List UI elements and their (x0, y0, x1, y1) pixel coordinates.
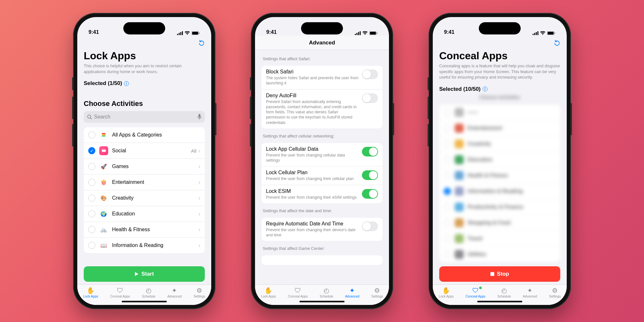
search-input[interactable]: Search (84, 111, 205, 123)
setting-row[interactable]: Lock App Cellular DataPrevent the user f… (261, 143, 383, 166)
refresh-icon[interactable] (198, 39, 205, 46)
creativity-icon: 🎨 (99, 194, 108, 203)
mic-icon[interactable] (197, 114, 202, 120)
list-item: Education (439, 152, 560, 167)
radio-checked[interactable]: ✓ (88, 147, 95, 154)
radio-unchecked[interactable] (88, 242, 95, 249)
tab-advanced[interactable]: ✦Advanced (523, 287, 537, 298)
list-item[interactable]: 🎨 Creativity › (84, 190, 205, 206)
chevron-right-icon: › (198, 211, 200, 217)
svg-rect-25 (537, 31, 538, 35)
wifi-icon (362, 31, 368, 35)
tab-settings[interactable]: ⚙︎Settings (371, 287, 383, 298)
setting-row[interactable]: Block SafariThe system hides Safari and … (261, 66, 383, 89)
svg-rect-11 (102, 134, 106, 135)
radio-unchecked[interactable] (88, 131, 95, 138)
health-icon: 🚲 (99, 225, 108, 234)
tab-conceal-apps[interactable]: 🛡︎Conceal Apps (288, 287, 308, 298)
radio-unchecked[interactable] (88, 179, 95, 186)
home-indicator[interactable] (122, 301, 167, 302)
setting-row[interactable]: Lock ESIMPrevent the user from changing … (261, 185, 383, 203)
stop-button[interactable]: Stop (439, 266, 560, 282)
setting-row[interactable]: Require Automatic Date And TimePrevent t… (261, 218, 383, 241)
list-item[interactable]: All Apps & Categories (84, 127, 205, 143)
tab-lock-apps[interactable]: ✋Lock Apps (83, 287, 98, 298)
svg-rect-27 (548, 32, 554, 35)
selected-count: Selected (10/50) (439, 86, 481, 92)
home-indicator[interactable] (299, 301, 345, 302)
clock-icon: ◴ (146, 287, 151, 294)
tab-advanced[interactable]: ✦Advanced (345, 287, 359, 298)
home-indicator[interactable] (477, 301, 522, 302)
list-item: Shopping & Food (439, 215, 560, 231)
chevron-right-icon: › (198, 195, 200, 202)
tab-lock-apps[interactable]: ✋Lock Apps (439, 287, 454, 298)
svg-rect-5 (192, 32, 198, 35)
list-item[interactable]: 🍿 Entertainment › (84, 174, 205, 190)
list-item: Creativity (439, 136, 560, 152)
choose-header: Choose Activities (84, 99, 205, 108)
radio-unchecked[interactable] (88, 210, 95, 217)
start-button[interactable]: Start (84, 266, 205, 282)
stop-icon (490, 272, 494, 276)
status-time: 9:41 (89, 29, 99, 35)
social-icon (99, 146, 108, 155)
refresh-icon[interactable] (554, 39, 560, 46)
status-time: 9:41 (266, 29, 277, 35)
svg-point-7 (88, 115, 91, 118)
list-item[interactable]: 🌍 Education › (84, 206, 205, 222)
chevron-right-icon: › (198, 179, 200, 186)
tab-schedule[interactable]: ◴Schedule (320, 287, 333, 298)
svg-rect-16 (356, 33, 357, 35)
radio-unchecked[interactable] (88, 194, 95, 202)
group-header: Settings that affect Game Center: (263, 246, 381, 251)
gear-icon: ⚙︎ (552, 287, 558, 294)
status-time: 9:41 (444, 29, 454, 35)
info-icon[interactable]: i (124, 81, 129, 86)
list-item[interactable]: 📖 Information & Reading › (84, 237, 205, 253)
page-subtitle: This choice is helpful when you aim to r… (84, 63, 205, 74)
tab-settings[interactable]: ⚙︎Settings (549, 287, 561, 298)
setting-row[interactable]: Deny AutoFillPrevent Safari from automat… (261, 89, 383, 128)
dynamic-island (301, 22, 343, 34)
svg-rect-15 (355, 34, 356, 35)
toggle-switch[interactable] (362, 93, 378, 103)
search-icon (87, 114, 92, 119)
toggle-switch[interactable] (362, 189, 378, 199)
list-item[interactable]: 🚲 Health & Fitness › (84, 222, 205, 237)
shield-icon: 🛡︎ (295, 287, 301, 294)
svg-rect-2 (180, 32, 181, 35)
group-header: Settings that affect the date and time: (263, 208, 381, 213)
list-item: Travel (439, 231, 560, 246)
tab-lock-apps[interactable]: ✋Lock Apps (261, 287, 276, 298)
tab-settings[interactable]: ⚙︎Settings (194, 287, 205, 298)
svg-rect-6 (199, 33, 200, 34)
activities-list: All Apps & Categories ✓ Social All› 🚀 Ga… (84, 127, 205, 253)
list-item: Productivity & Finance (439, 199, 560, 215)
toggle-switch[interactable] (362, 147, 378, 156)
tab-conceal-apps[interactable]: 🛡︎Conceal Apps (466, 287, 486, 298)
clock-icon: ◴ (501, 287, 507, 294)
toggle-switch[interactable] (362, 222, 378, 231)
setting-row[interactable]: Lock Cellular PlanPrevent the user from … (261, 166, 383, 185)
tab-schedule[interactable]: ◴Schedule (497, 287, 511, 298)
svg-rect-3 (182, 31, 183, 35)
tab-conceal-apps[interactable]: 🛡︎Conceal Apps (110, 287, 130, 298)
svg-rect-8 (199, 114, 201, 118)
cellular-icon (355, 31, 361, 35)
sparkle-icon: ✦ (527, 287, 533, 294)
radio-unchecked[interactable] (88, 163, 95, 170)
tab-schedule[interactable]: ◴Schedule (142, 287, 156, 298)
list-item[interactable]: ✓ Social All› (84, 143, 205, 158)
toggle-switch[interactable] (362, 70, 378, 79)
info-icon[interactable]: i (483, 87, 488, 91)
entertainment-icon: 🍿 (99, 178, 108, 187)
list-item: Entertainment (439, 120, 560, 136)
list-item[interactable]: 🚀 Games › (84, 158, 205, 174)
selected-count: Selected (1/50) (84, 80, 122, 87)
radio-unchecked[interactable] (88, 226, 95, 233)
tab-advanced[interactable]: ✦Advanced (167, 287, 182, 298)
battery-icon (192, 31, 200, 35)
toggle-switch[interactable] (362, 170, 378, 180)
dynamic-island (479, 22, 521, 34)
